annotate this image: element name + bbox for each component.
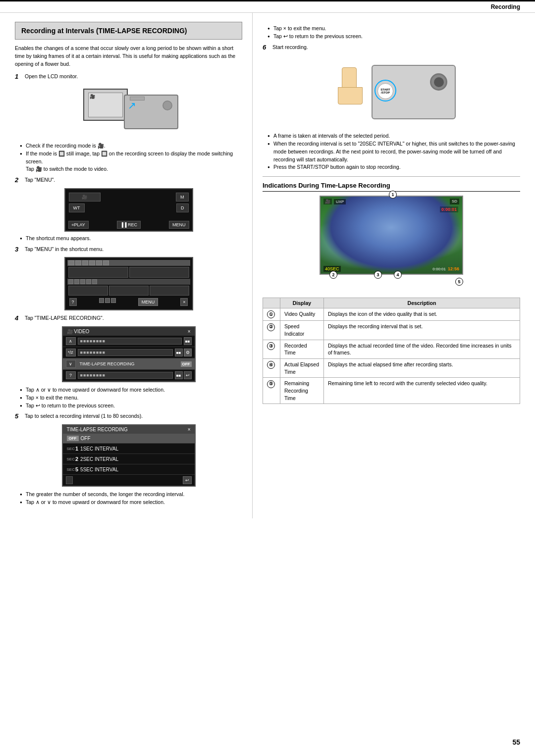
table-cell-display-2: Speed Indicator bbox=[280, 321, 324, 340]
step-2-text: Tap "MENU". bbox=[25, 176, 55, 184]
vf-bottom-overlay: 40SEC 0:00:01 12:56 bbox=[321, 266, 462, 272]
sm-menu-btn[interactable]: MENU bbox=[169, 221, 189, 229]
menu-question[interactable]: ? bbox=[69, 298, 77, 306]
circle-5: 5 bbox=[455, 278, 463, 286]
vm-row-timelapse[interactable]: ∨ TIME-LAPSE RECORDING OFF bbox=[63, 358, 195, 370]
step-6-text: Start recording. bbox=[272, 44, 308, 51]
step-1-bullets: Check if the recording mode is 🎥. If the… bbox=[20, 142, 242, 173]
tl-row-off[interactable]: OFF OFF bbox=[63, 434, 195, 444]
sm-wt: WT bbox=[69, 203, 85, 212]
section-title: Recording at Intervals (TIME-LAPSE RECOR… bbox=[21, 26, 236, 35]
step-1: 1 Open the LCD monitor. bbox=[15, 73, 242, 81]
page: Recording Recording at Intervals (TIME-L… bbox=[0, 0, 535, 756]
tl-5sec-label: 5SEC INTERVAL bbox=[80, 467, 118, 472]
tl-row-2sec[interactable]: SEC 2 2SEC INTERVAL bbox=[63, 454, 195, 464]
tl-1-num: 1 bbox=[75, 446, 78, 452]
indications-table: Display Description ① Video Quality Disp… bbox=[263, 298, 520, 404]
table-cell-num-1: ① bbox=[263, 308, 280, 321]
tl-menu-header: TIME-LAPSE RECORDING × bbox=[63, 425, 195, 434]
sm-wt-row: WT D bbox=[68, 203, 189, 213]
vf-time-display: 0:00:01 12:56 bbox=[432, 266, 459, 271]
bullet-check-mode: Check if the recording mode is 🎥. bbox=[20, 142, 242, 150]
tl-menu-close[interactable]: × bbox=[188, 427, 191, 432]
bullet-tap-return: Tap ↩ to return to the previous screen. bbox=[20, 402, 242, 410]
lcd-diagram: 🎥 ↗ bbox=[79, 85, 178, 139]
video-menu-close[interactable]: × bbox=[188, 329, 191, 334]
page-title: Recording bbox=[491, 3, 520, 10]
table-header-display bbox=[263, 298, 280, 308]
menu-mid-dots bbox=[67, 279, 190, 285]
tl-off-label: OFF bbox=[81, 436, 91, 441]
step-2-number: 2 bbox=[15, 176, 23, 184]
bullet-tap-x-right: Tap × to exit the menu. bbox=[268, 25, 520, 33]
vm-off-badge: OFF bbox=[181, 361, 192, 367]
step-6-bullets: A frame is taken at intervals of the sel… bbox=[268, 132, 520, 171]
table-cell-desc-1: Displays the icon of the video quality t… bbox=[323, 308, 520, 321]
tl-2sec-label: 2SEC INTERVAL bbox=[80, 456, 118, 462]
step-5-text: Tap to select a recording interval (1 to… bbox=[25, 412, 143, 420]
vm-ratio-icon[interactable]: */≠ bbox=[66, 349, 76, 356]
table-circle-4: ④ bbox=[267, 361, 275, 369]
lcd-screen: 🎥 bbox=[83, 89, 128, 121]
tl-row-1sec[interactable]: SEC 1 1SEC INTERVAL bbox=[63, 444, 195, 454]
lcd-inner: 🎥 bbox=[88, 93, 123, 117]
menu-dots-row bbox=[99, 298, 116, 306]
sm-d-badge: D bbox=[176, 203, 189, 212]
sm-m-badge: M bbox=[176, 193, 189, 202]
tl-row-5sec[interactable]: SEC 5 5SEC INTERVAL bbox=[63, 464, 195, 475]
menu-x-btn[interactable]: × bbox=[180, 298, 188, 306]
step-6-number: 6 bbox=[263, 44, 270, 51]
menu-screen-step3: ? MENU × bbox=[64, 257, 193, 310]
tl-2-num: 2 bbox=[75, 456, 78, 462]
table-row: ③ Recorded Time Displays the actual reco… bbox=[263, 340, 520, 358]
vm-back-icon[interactable]: ↩ bbox=[184, 371, 192, 379]
step-1-number: 1 bbox=[15, 73, 23, 80]
menu-row-2 bbox=[67, 286, 190, 296]
table-row: ① Video Quality Displays the icon of the… bbox=[263, 308, 520, 321]
bullet-greater-seconds: The greater the number of seconds, the l… bbox=[20, 491, 242, 499]
table-col-description: Description bbox=[323, 298, 520, 308]
vm-help-icon[interactable]: ? bbox=[66, 371, 76, 379]
step-5: 5 Tap to select a recording interval (1 … bbox=[15, 412, 242, 420]
sm-play-btn[interactable]: «PLAY bbox=[68, 221, 89, 229]
circle-3: 3 bbox=[374, 271, 382, 279]
tl-back-btn[interactable]: ↩ bbox=[183, 476, 192, 484]
vm-up-icon[interactable]: ∧ bbox=[66, 337, 76, 345]
table-cell-display-1: Video Quality bbox=[280, 308, 324, 321]
camera-lens bbox=[162, 101, 172, 110]
bullet-tap-return-right: Tap ↩ to return to the previous screen. bbox=[268, 33, 520, 41]
vm-end-1: ■■ bbox=[184, 337, 192, 345]
menu-menu-btn[interactable]: MENU bbox=[138, 298, 159, 306]
shortcut-menu-screen: 🎥 M WT D «PLAY ▐▐ REC MENU bbox=[64, 188, 193, 232]
tl-menu-bottom: ↩ bbox=[63, 475, 195, 486]
step-2: 2 Tap "MENU". bbox=[15, 176, 242, 184]
vm-down-icon: ∨ bbox=[66, 360, 76, 368]
tl-1-sub: SEC bbox=[67, 447, 75, 451]
vm-gear-icon: ⚙ bbox=[184, 349, 192, 356]
tl-menu-title: TIME-LAPSE RECORDING bbox=[67, 427, 128, 432]
sm-rec-btn[interactable]: ▐▐ REC bbox=[117, 221, 141, 229]
tl-bottom-left bbox=[66, 476, 73, 484]
camera-lens-step6 bbox=[430, 73, 447, 91]
table-col-display: Display bbox=[280, 298, 324, 308]
table-cell-desc-2: Displays the recording interval that is … bbox=[323, 321, 520, 340]
circle-2: 2 bbox=[329, 271, 337, 279]
vm-dots-1: ■■■■■■■■ bbox=[80, 339, 106, 344]
sm-camera-icon: 🎥 bbox=[69, 193, 101, 202]
table-cell-num-4: ④ bbox=[263, 359, 280, 378]
tl-5-num: 5 bbox=[75, 466, 78, 472]
viewfinder-container: 1 🎥 UXP SD 0:00:01 bbox=[315, 196, 468, 275]
step-3-number: 3 bbox=[15, 246, 23, 253]
camera-start-diagram: START /STOP bbox=[322, 55, 461, 129]
bullet-press-start-stop: Press the START/STOP button again to sto… bbox=[268, 163, 520, 171]
table-cell-num-5: ⑤ bbox=[263, 378, 280, 404]
tl-off-badge: OFF bbox=[67, 436, 79, 441]
circle-1: 1 bbox=[389, 191, 397, 199]
table-cell-desc-4: Displays the actual elapsed time after r… bbox=[323, 359, 520, 378]
page-number: 55 bbox=[512, 738, 520, 746]
table-circle-2: ② bbox=[267, 323, 275, 331]
hand-icon bbox=[337, 60, 367, 100]
table-cell-desc-5: Remaining time left to record with the c… bbox=[323, 378, 520, 404]
sm-empty-row bbox=[68, 214, 189, 220]
spacer bbox=[263, 279, 520, 294]
